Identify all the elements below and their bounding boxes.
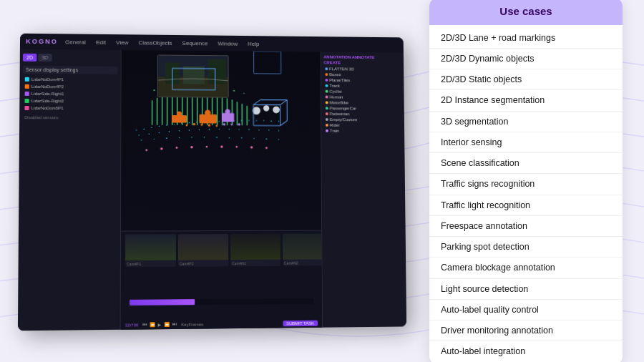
thumb-img-1 (125, 235, 176, 261)
app-window: KOGNO General Edit View ClassObjects Seq… (18, 34, 406, 331)
svg-point-96 (220, 145, 223, 147)
menu-edit[interactable]: Edit (96, 39, 106, 45)
use-case-5: Interior sensing (429, 132, 623, 153)
thumb-cam3: Cam#N1 (230, 234, 280, 266)
svg-point-87 (225, 109, 230, 114)
svg-point-89 (230, 124, 233, 126)
svg-point-67 (153, 89, 155, 91)
svg-rect-50 (167, 94, 167, 125)
menu-help[interactable]: Help (248, 40, 259, 47)
menu-classobjects[interactable]: ClassObjects (138, 39, 172, 46)
svg-point-95 (206, 146, 208, 148)
svg-point-19 (278, 121, 279, 122)
camera-svg (158, 55, 229, 97)
control-play[interactable]: ▶ (158, 322, 162, 327)
svg-point-81 (186, 124, 188, 127)
train-label: Train (330, 129, 339, 133)
sensor-item-3: LidarSide-Right2 (22, 98, 117, 104)
svg-point-23 (169, 131, 170, 132)
sensor-list: LidarNoDom4P1 LidarNoDom4P2 LidarSide-Ri… (22, 77, 117, 112)
svg-point-84 (208, 124, 210, 126)
svg-point-41 (216, 137, 218, 138)
app-screenshot-container: KOGNO General Edit View ClassObjects Seq… (14, 27, 415, 335)
boxes-dot (325, 73, 328, 76)
svg-point-82 (193, 123, 195, 125)
svg-point-16 (256, 120, 258, 122)
thumb-label-2: Cam#P2 (180, 262, 194, 266)
thumbnails-row: Cam#P1 Cam#P2 Cam#N1 (121, 231, 322, 285)
sensor-item-2: LidarSide-Right1 (23, 91, 118, 97)
svg-point-18 (270, 121, 272, 122)
svg-point-33 (268, 129, 270, 131)
svg-point-31 (248, 129, 250, 130)
svg-rect-49 (162, 95, 162, 125)
use-case-1: 2D/3D Dynamic objects (429, 49, 623, 69)
control-back[interactable]: ⏮ (143, 323, 147, 328)
svg-point-80 (205, 110, 210, 116)
svg-rect-64 (237, 102, 238, 125)
track-dot (326, 84, 328, 87)
app-body: 2D 3D Sensor display settings LidarNoDom… (18, 49, 406, 331)
sensor-dot-4 (24, 106, 29, 110)
thumb-cam4: Cam#N2 (283, 234, 322, 266)
menu-general[interactable]: General (65, 39, 86, 45)
mode-2d[interactable]: 2D (23, 54, 36, 62)
empty-label: Empty/Custom (330, 117, 357, 122)
mode-3d[interactable]: 3D (38, 54, 52, 62)
menu-view[interactable]: View (116, 39, 128, 46)
svg-rect-48 (157, 98, 157, 125)
use-case-13: Auto-label quality control (429, 300, 623, 321)
mode-toggle: 2D 3D (23, 54, 118, 62)
svg-rect-47 (152, 100, 152, 125)
timeline-bar[interactable] (130, 298, 313, 305)
svg-point-43 (241, 137, 243, 139)
svg-point-85 (215, 125, 218, 127)
annot-train[interactable]: Train (324, 128, 401, 134)
thumb-cam2: Cam#P2 (178, 234, 228, 267)
main-viewport: Cam#P1 Cam#P2 Cam#N1 (121, 50, 322, 330)
svg-rect-66 (246, 106, 247, 126)
svg-rect-114 (208, 59, 226, 84)
svg-point-40 (204, 137, 205, 137)
track-label: Track (329, 84, 339, 88)
use-case-15: Auto-label integration (429, 341, 623, 361)
svg-rect-103 (254, 52, 281, 74)
app-logo: KOGNO (26, 38, 58, 45)
menu-sequence[interactable]: Sequence (182, 40, 208, 47)
train-dot (326, 129, 328, 132)
time-display: 32/700 (125, 323, 139, 327)
control-prev[interactable]: ⏪ (150, 323, 155, 328)
menu-window[interactable]: Window (218, 40, 238, 47)
boxes-label: Boxes (329, 72, 341, 77)
svg-point-5 (174, 124, 175, 124)
disabled-sensors-label: Disabled sensors (22, 115, 117, 120)
sensor-dot-2 (25, 92, 29, 96)
submit-task-btn[interactable]: SUBMIT TASK (283, 321, 318, 327)
svg-point-42 (229, 137, 230, 138)
svg-point-15 (248, 120, 249, 121)
svg-point-88 (223, 123, 225, 125)
use-case-14: Driver monitoring annotation (429, 321, 623, 341)
sensor-item-4: LidarNoDom5P1 (22, 105, 117, 112)
sensor-dot-1 (25, 84, 29, 89)
annotation-sidebar: ANNOTATION ANNOTATE CREATE FLATTEN 3D Bo… (320, 52, 406, 328)
control-next[interactable]: ⏩ (165, 322, 170, 327)
use-case-10: Parking spot detection (429, 237, 623, 258)
svg-point-34 (278, 130, 279, 131)
passengercar-dot (326, 107, 328, 109)
svg-point-45 (266, 138, 268, 140)
use-case-12: Light source detection (429, 279, 623, 300)
svg-point-35 (141, 140, 142, 141)
svg-point-3 (159, 126, 160, 127)
use-cases-header: Use cases (429, 0, 623, 25)
use-case-4: 3D segmentation (429, 112, 623, 132)
use-case-2: 2D/3D Static objects (429, 69, 623, 90)
sensor-name-1: LidarNoDom4P2 (31, 84, 64, 89)
svg-point-92 (160, 147, 163, 150)
sensor-dot-0 (25, 77, 29, 82)
svg-point-39 (191, 137, 192, 138)
svg-point-30 (238, 129, 239, 129)
plane-dot (325, 79, 328, 82)
control-fwd[interactable]: ⏭ (172, 322, 177, 327)
rider-label: Rider (330, 123, 340, 127)
